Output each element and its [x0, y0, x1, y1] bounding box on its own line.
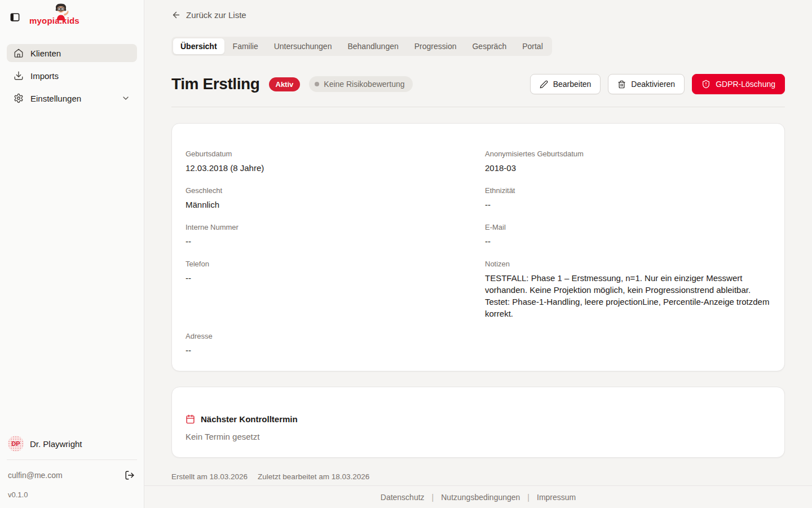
patient-tabs: Übersicht Familie Untersuchungen Behandl…: [171, 37, 552, 56]
appointment-empty-text: Kein Termin gesetzt: [186, 432, 771, 441]
user-email: culfin@me.com: [8, 471, 63, 480]
tab-uebersicht[interactable]: Übersicht: [173, 38, 224, 54]
patient-details-card: Geburtsdatum 12.03.2018 (8 Jahre) Anonym…: [171, 123, 785, 371]
risk-badge: Keine Risikobewertung: [309, 76, 412, 92]
calendar-icon: [186, 414, 195, 424]
field-geburtsdatum: Geburtsdatum 12.03.2018 (8 Jahre): [186, 150, 471, 174]
kid-mascot-icon: [52, 2, 70, 20]
sidebar-nav: Klienten Imports Einstellungen: [7, 44, 137, 107]
sidebar-item-label: Einstellungen: [30, 94, 114, 103]
tab-portal[interactable]: Portal: [515, 38, 550, 54]
field-geschlecht: Geschlecht Männlich: [186, 186, 471, 211]
link-datenschutz[interactable]: Datenschutz: [381, 493, 425, 502]
page-title: Tim Erstling: [171, 75, 260, 93]
user-name: Dr. Playwright: [30, 439, 82, 449]
tab-behandlungen[interactable]: Behandlungen: [340, 38, 405, 54]
field-anonymisiertes-geburtsdatum: Anonymisiertes Geburtsdatum 2018-03: [485, 150, 771, 174]
sidebar-item-einstellungen[interactable]: Einstellungen: [7, 89, 137, 107]
gdpr-delete-button[interactable]: GDPR-Löschung: [692, 74, 785, 94]
footer-separator: |: [432, 493, 434, 502]
brand-logo: myopia.kids: [29, 16, 80, 26]
link-nutzungsbedingungen[interactable]: Nutzungsbedingungen: [441, 493, 520, 502]
sidebar-toggle-icon[interactable]: [7, 9, 23, 25]
record-meta: Erstellt am 18.03.2026 Zuletzt bearbeite…: [171, 472, 785, 481]
user-profile[interactable]: DP Dr. Playwright: [7, 435, 137, 459]
field-email: E-Mail --: [485, 223, 771, 247]
sidebar-header: myopia.kids: [7, 9, 137, 26]
sidebar-footer: DP Dr. Playwright culfin@me.com v0.1.0: [7, 435, 137, 499]
deactivate-button[interactable]: Deaktivieren: [608, 74, 685, 94]
field-adresse: Adresse --: [186, 332, 471, 356]
trash-icon: [617, 80, 626, 89]
logout-icon[interactable]: [123, 469, 136, 481]
header-divider: [171, 107, 785, 107]
tab-untersuchungen[interactable]: Untersuchungen: [267, 38, 339, 54]
status-badge: Aktiv: [269, 77, 301, 91]
arrow-left-icon: [171, 10, 181, 20]
home-icon: [14, 48, 24, 58]
sidebar: myopia.kids Klienten Imports: [0, 0, 144, 508]
updated-at: Zuletzt bearbeitet am 18.03.2026: [258, 472, 369, 481]
sidebar-item-imports[interactable]: Imports: [7, 67, 137, 85]
field-telefon: Telefon --: [186, 260, 471, 319]
footer-separator: |: [527, 493, 529, 502]
tab-familie[interactable]: Familie: [226, 38, 266, 54]
field-ethnizitaet: Ethnizität --: [485, 186, 771, 211]
avatar: DP: [8, 436, 24, 452]
back-to-list-link[interactable]: Zurück zur Liste: [171, 10, 246, 20]
app-version: v0.1.0: [7, 481, 137, 499]
page-content: Zurück zur Liste Übersicht Familie Unter…: [144, 0, 812, 485]
risk-dot-icon: [315, 82, 319, 86]
tab-progression[interactable]: Progression: [407, 38, 464, 54]
sidebar-item-klienten[interactable]: Klienten: [7, 44, 137, 62]
field-interne-nummer: Interne Nummer --: [186, 223, 471, 247]
tab-gespraech[interactable]: Gespräch: [465, 38, 514, 54]
link-impressum[interactable]: Impressum: [537, 493, 576, 502]
download-icon: [14, 71, 24, 81]
pencil-icon: [540, 80, 548, 89]
appointment-title: Nächster Kontrolltermin: [201, 414, 298, 424]
sidebar-item-label: Imports: [30, 71, 130, 81]
edit-button[interactable]: Bearbeiten: [530, 74, 601, 94]
chevron-down-icon: [121, 94, 130, 103]
next-appointment-card: Nächster Kontrolltermin Kein Termin gese…: [171, 387, 785, 458]
field-notizen: Notizen TESTFALL: Phase 1 – Erstmessung,…: [485, 260, 771, 319]
sidebar-item-label: Klienten: [30, 49, 130, 58]
gear-icon: [14, 93, 24, 103]
created-at: Erstellt am 18.03.2026: [171, 472, 248, 481]
shield-alert-icon: [701, 80, 710, 89]
legal-footer: Datenschutz | Nutzungsbedingungen | Impr…: [144, 485, 812, 508]
divider: [7, 459, 137, 460]
main-area: Zurück zur Liste Übersicht Familie Unter…: [144, 0, 812, 508]
